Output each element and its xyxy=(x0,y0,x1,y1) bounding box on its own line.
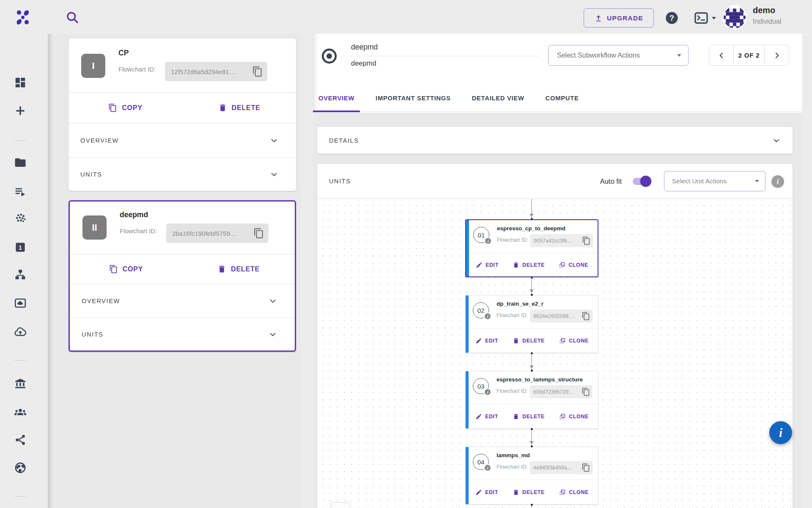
unit-flowchart-id-chip[interactable]: 9057a42cc3f6… xyxy=(530,234,593,247)
user-plan: Individual xyxy=(753,18,782,25)
help-icon[interactable]: ? xyxy=(665,11,679,25)
tab-important-settings[interactable]: IMPORTANT SETTINGS xyxy=(370,85,456,111)
copy-icon[interactable] xyxy=(253,228,264,239)
unit-card[interactable]: 01 i espresso_cp_to_deepmd Flowchart ID:… xyxy=(465,219,598,277)
flowchart-canvas: + 01 i espresso_cp_to_deepmd Flowchart I… xyxy=(317,199,793,508)
app-logo-icon[interactable] xyxy=(14,8,32,26)
unit-card[interactable]: 04 i lammps_md Flowchart ID: 4e945f3b459… xyxy=(465,447,598,505)
copy-icon[interactable] xyxy=(582,463,590,472)
subworkflow-card-cp[interactable]: I CP Flowchart ID: 12f572d6a5d294e81… CO… xyxy=(69,39,296,191)
overview-accordion[interactable]: OVERVIEW xyxy=(70,284,295,318)
team-people-icon[interactable] xyxy=(14,406,27,418)
unit-flowchart-id-chip[interactable]: 9624e2602598… xyxy=(530,309,593,323)
flowchart-id-chip[interactable]: 2ba16fc190febf5759… xyxy=(166,224,269,243)
search-icon[interactable] xyxy=(66,11,79,24)
workflow-radio-icon[interactable] xyxy=(321,48,337,64)
media-bank-icon[interactable] xyxy=(14,297,27,309)
delete-subworkflow-button[interactable]: DELETE xyxy=(217,265,260,273)
pager-label: 2 OF 2 xyxy=(733,45,765,65)
unit-title: dp_train_se_e2_r xyxy=(497,301,595,307)
unit-clone-button[interactable]: CLONE xyxy=(559,262,588,268)
unit-type-stripe xyxy=(466,295,469,353)
create-new-icon[interactable] xyxy=(14,104,27,117)
unit-flowchart-id-chip[interactable]: 4e945f3b459a… xyxy=(530,461,593,474)
copy-icon[interactable] xyxy=(252,66,263,77)
units-info-icon[interactable]: i xyxy=(771,175,784,188)
unit-edit-button[interactable]: EDIT xyxy=(475,337,498,344)
sidebar-divider xyxy=(14,141,27,141)
unit-actions-row: EDIT DELETE CLONE xyxy=(469,253,598,276)
materials-atoms-icon[interactable] xyxy=(14,212,27,225)
units-accordion[interactable]: UNITS xyxy=(70,318,295,351)
unit-edit-button[interactable]: EDIT xyxy=(475,489,498,496)
sidebar-divider xyxy=(14,496,27,497)
flowchart-connector xyxy=(531,429,532,447)
unit-clone-button[interactable]: CLONE xyxy=(559,413,589,420)
console-menu-button[interactable] xyxy=(694,11,718,25)
zoom-in-button[interactable]: + xyxy=(331,502,350,508)
cloud-upload-icon[interactable] xyxy=(14,326,27,338)
delete-subworkflow-button[interactable]: DELETE xyxy=(218,103,261,112)
unit-flowchart-id-chip[interactable]: b08d72365729… xyxy=(530,385,593,398)
user-name[interactable]: demo xyxy=(753,6,775,15)
chevron-right-icon xyxy=(773,51,781,60)
unit-title: espresso_cp_to_deepmd xyxy=(497,225,594,232)
info-floating-button[interactable]: i xyxy=(769,421,792,444)
unit-edit-button[interactable]: EDIT xyxy=(476,262,499,268)
organization-bank-icon[interactable] xyxy=(14,377,27,390)
folder-icon[interactable] xyxy=(14,156,27,169)
upgrade-label: UPGRADE xyxy=(607,14,643,22)
flowchart-connector xyxy=(531,505,532,508)
unit-actions-row: EDIT DELETE CLONE xyxy=(469,404,598,428)
sidebar-divider xyxy=(14,360,27,361)
tab-overview[interactable]: OVERVIEW xyxy=(313,85,360,111)
copy-icon[interactable] xyxy=(582,312,590,320)
subworkflow-actions-dropdown[interactable]: Select Subworkflow Actions xyxy=(548,45,689,66)
unit-actions-dropdown[interactable]: Select Unit Actions xyxy=(664,171,765,191)
unit-info-badge: i xyxy=(484,237,492,245)
unit-delete-button[interactable]: DELETE xyxy=(513,489,545,496)
flowchart-id-chip[interactable]: 12f572d6a5d294e81… xyxy=(165,62,267,81)
unit-delete-button[interactable]: DELETE xyxy=(513,337,545,344)
unit-title: lammps_md xyxy=(497,452,595,458)
subworkflow-pager: 2 OF 2 xyxy=(709,45,789,66)
user-avatar[interactable] xyxy=(722,5,747,30)
upload-icon xyxy=(594,14,603,22)
unit-delete-button[interactable]: DELETE xyxy=(513,413,545,420)
tab-compute[interactable]: COMPUTE xyxy=(540,85,584,111)
unit-edit-button[interactable]: EDIT xyxy=(475,413,498,420)
unit-card[interactable]: 02 i dp_train_se_e2_r Flowchart ID: 9624… xyxy=(465,295,598,353)
copy-icon[interactable] xyxy=(582,236,591,245)
units-accordion[interactable]: UNITS xyxy=(69,157,296,191)
explore-globe-icon[interactable] xyxy=(14,461,27,474)
details-accordion[interactable]: DETAILS xyxy=(317,127,793,154)
copy-icon[interactable] xyxy=(582,387,590,396)
trash-icon xyxy=(513,413,519,420)
units-panel: UNITS Auto fit Select Unit Actions i + 0… xyxy=(317,164,793,508)
workflow-title-underline xyxy=(351,56,539,56)
autofit-toggle[interactable] xyxy=(633,178,650,185)
unit-flowchart-id-label: Flowchart ID: xyxy=(497,464,528,470)
share-icon[interactable] xyxy=(14,433,27,446)
unit-number-badge: 03 i xyxy=(473,378,489,394)
unit-delete-button[interactable]: DELETE xyxy=(513,262,545,268)
unit-one-icon[interactable]: 1 xyxy=(14,241,27,254)
workflows-tree-icon[interactable] xyxy=(14,268,27,281)
workflow-subtitle[interactable]: deepmd xyxy=(351,59,376,67)
unit-actions-row: EDIT DELETE CLONE xyxy=(469,329,598,353)
dashboard-icon[interactable] xyxy=(14,76,27,89)
jobs-playlist-icon[interactable] xyxy=(14,185,27,198)
tab-detailed-view[interactable]: DETAILED VIEW xyxy=(466,85,530,111)
unit-clone-button[interactable]: CLONE xyxy=(559,337,589,344)
unit-clone-button[interactable]: CLONE xyxy=(559,489,589,496)
subworkflow-card-deepmd[interactable]: II deepmd Flowchart ID: 2ba16fc190febf57… xyxy=(69,200,296,352)
upgrade-button[interactable]: UPGRADE xyxy=(584,8,654,28)
copy-subworkflow-button[interactable]: COPY xyxy=(108,103,143,112)
unit-flowchart-id-label: Flowchart ID: xyxy=(497,237,528,243)
overview-accordion[interactable]: OVERVIEW xyxy=(69,123,296,157)
unit-number-badge: 01 i xyxy=(473,227,489,243)
copy-subworkflow-button[interactable]: COPY xyxy=(109,265,143,273)
unit-card[interactable]: 03 i espresso_to_lammps_structure Flowch… xyxy=(465,371,598,429)
pager-prev-button[interactable] xyxy=(709,45,733,65)
pager-next-button[interactable] xyxy=(765,45,789,65)
